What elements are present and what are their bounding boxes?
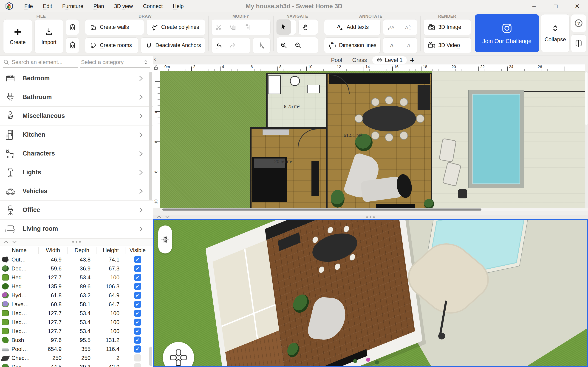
close-button[interactable]: ✕ bbox=[566, 0, 588, 12]
3d-video-button[interactable]: 3D Video bbox=[423, 37, 471, 53]
category-item[interactable]: Vehicles bbox=[0, 182, 153, 201]
visible-checkbox[interactable]: ✓ bbox=[134, 327, 141, 335]
plan-vertical-scrollbar[interactable] bbox=[585, 71, 588, 208]
plant-2d[interactable] bbox=[331, 190, 345, 208]
create-rooms-button[interactable]: Create rooms bbox=[85, 37, 138, 53]
import-button[interactable]: Import bbox=[35, 19, 63, 53]
visible-checkbox[interactable]: ✓ bbox=[134, 336, 141, 344]
visible-checkbox[interactable]: ✓ bbox=[134, 256, 141, 263]
3d-image-button[interactable]: 3D Image bbox=[423, 19, 471, 35]
category-item[interactable]: Miscellaneous bbox=[0, 107, 153, 125]
splitter-handle-dots[interactable] bbox=[366, 216, 375, 218]
category-item[interactable]: Bathroom bbox=[0, 88, 153, 107]
table-row[interactable]: Out… 46.9 43.8 74.1 ✓ bbox=[0, 255, 153, 264]
wardrobe-2d[interactable] bbox=[262, 129, 289, 135]
toggle-panels-button[interactable] bbox=[571, 34, 586, 52]
tv-cabinet-2d[interactable] bbox=[376, 204, 415, 208]
table-row[interactable]: Hed… 127.7 53.4 100 ✓ bbox=[0, 273, 153, 282]
closet-2d[interactable] bbox=[311, 161, 319, 196]
category-select[interactable]: Select a category bbox=[80, 57, 150, 68]
table-row[interactable]: Pool… 654.9 355 116.4 ✓ bbox=[0, 344, 153, 353]
splitter-handle-dots[interactable] bbox=[72, 241, 81, 243]
plan-horizontal-scrollbar[interactable] bbox=[160, 208, 588, 211]
increase-text-size-button[interactable]: A A bbox=[383, 19, 400, 35]
visible-checkbox[interactable]: ✓ bbox=[134, 319, 141, 326]
visible-checkbox[interactable]: ✓ bbox=[134, 345, 141, 352]
visible-checkbox[interactable]: ✓ bbox=[134, 283, 141, 290]
visible-checkbox[interactable]: ✓ bbox=[134, 301, 141, 308]
elevation-down-icon[interactable] bbox=[161, 235, 169, 244]
catalog-table-splitter[interactable] bbox=[0, 238, 153, 245]
visible-checkbox[interactable] bbox=[134, 354, 141, 361]
join-challenge-button[interactable]: Join Our Challenge bbox=[475, 14, 539, 52]
menu-item[interactable]: Connect bbox=[138, 0, 168, 12]
dining-table-2d[interactable] bbox=[362, 106, 416, 131]
add-level-button[interactable]: + bbox=[408, 57, 415, 64]
table-row[interactable]: Hyd… 61.8 63.2 64.9 ✓ bbox=[0, 291, 153, 300]
table-row[interactable]: Chec… 250 250 2 bbox=[0, 353, 153, 362]
deactivate-anchors-button[interactable]: Deactivate Anchors bbox=[141, 37, 205, 53]
bold-button[interactable]: A bbox=[383, 38, 400, 53]
decrease-text-size-button[interactable]: A A bbox=[400, 19, 417, 35]
view-3d[interactable] bbox=[153, 219, 588, 367]
splitter-arrows[interactable] bbox=[0, 240, 17, 244]
menu-item[interactable]: Help bbox=[168, 0, 189, 12]
column-visible[interactable]: Visible bbox=[125, 247, 150, 254]
menu-item[interactable]: 3D view bbox=[109, 0, 138, 12]
kitchen-appliance[interactable] bbox=[418, 85, 431, 110]
toilet-2d[interactable] bbox=[290, 76, 300, 86]
export-home-button[interactable] bbox=[66, 19, 79, 35]
column-depth[interactable]: Depth bbox=[68, 247, 96, 254]
bathroom-cabinet[interactable] bbox=[268, 75, 281, 94]
column-width[interactable]: Width bbox=[39, 247, 68, 254]
paste-button[interactable] bbox=[240, 19, 254, 35]
menu-item[interactable]: File bbox=[19, 0, 38, 12]
tab-grass[interactable]: Grass bbox=[347, 57, 372, 63]
plan-3d-splitter[interactable] bbox=[153, 215, 588, 219]
plant-2d[interactable] bbox=[424, 199, 434, 208]
category-item[interactable]: Kitchen bbox=[0, 125, 153, 144]
table-row[interactable]: Lave… 60.8 58.1 64.7 ✓ bbox=[0, 300, 153, 309]
minimize-button[interactable]: – bbox=[523, 0, 545, 12]
table-row[interactable]: Hed… 127.7 53.4 100 ✓ bbox=[0, 327, 153, 336]
visible-checkbox[interactable]: ✓ bbox=[134, 310, 141, 317]
zoom-out-button[interactable] bbox=[291, 37, 305, 53]
category-item[interactable]: Office bbox=[0, 201, 153, 219]
dpad-navigation-control[interactable] bbox=[163, 342, 194, 367]
help-button[interactable]: ? bbox=[571, 14, 586, 32]
elevation-control[interactable] bbox=[158, 225, 172, 253]
search-input[interactable] bbox=[12, 59, 78, 65]
create-polylines-button[interactable]: Create polylines bbox=[146, 19, 205, 35]
category-item[interactable]: Characters bbox=[0, 144, 153, 163]
visible-checkbox[interactable]: ✓ bbox=[134, 265, 141, 272]
menu-item[interactable]: Plan bbox=[88, 0, 109, 12]
visible-checkbox[interactable] bbox=[134, 363, 141, 367]
column-height[interactable]: Height bbox=[96, 247, 125, 254]
maximize-button[interactable]: □ bbox=[545, 0, 566, 12]
table-row[interactable]: Hed… 127.7 53.4 100 ✓ bbox=[0, 309, 153, 318]
zoom-in-button[interactable] bbox=[277, 37, 291, 53]
plan-canvas[interactable]: 8.75 m² 61.51 m² 20.56 m² bbox=[160, 71, 588, 208]
menu-item[interactable]: Furniture bbox=[57, 0, 88, 12]
table-row[interactable]: Hed… 135.9 89.6 106.3 ✓ bbox=[0, 282, 153, 291]
visible-checkbox[interactable]: ✓ bbox=[134, 292, 141, 299]
create-button[interactable]: Create bbox=[3, 19, 32, 53]
copy-button[interactable] bbox=[226, 19, 240, 35]
category-item[interactable]: Bedroom bbox=[0, 69, 153, 88]
undo-button[interactable] bbox=[212, 38, 226, 53]
table-row[interactable]: Dec… 44.5 39.3 42.9 bbox=[0, 362, 153, 367]
category-item[interactable]: Living room bbox=[0, 219, 153, 238]
import-home-button[interactable] bbox=[66, 37, 79, 53]
chevron-up-icon[interactable] bbox=[4, 240, 9, 244]
category-scrollbar[interactable] bbox=[149, 72, 152, 200]
dimension-lines-button[interactable]: 10 Dimension lines bbox=[324, 37, 380, 53]
cut-button[interactable] bbox=[212, 19, 226, 35]
column-name[interactable]: Name bbox=[0, 247, 39, 254]
italic-button[interactable]: A bbox=[400, 38, 417, 53]
redo-button[interactable] bbox=[226, 38, 240, 53]
visible-checkbox[interactable]: ✓ bbox=[134, 274, 141, 281]
table-row[interactable]: Hed… 127.7 53.4 100 ✓ bbox=[0, 318, 153, 327]
category-item[interactable]: Lights bbox=[0, 163, 153, 182]
chevron-down-icon[interactable] bbox=[12, 240, 17, 244]
chevron-down-icon[interactable] bbox=[165, 215, 170, 219]
